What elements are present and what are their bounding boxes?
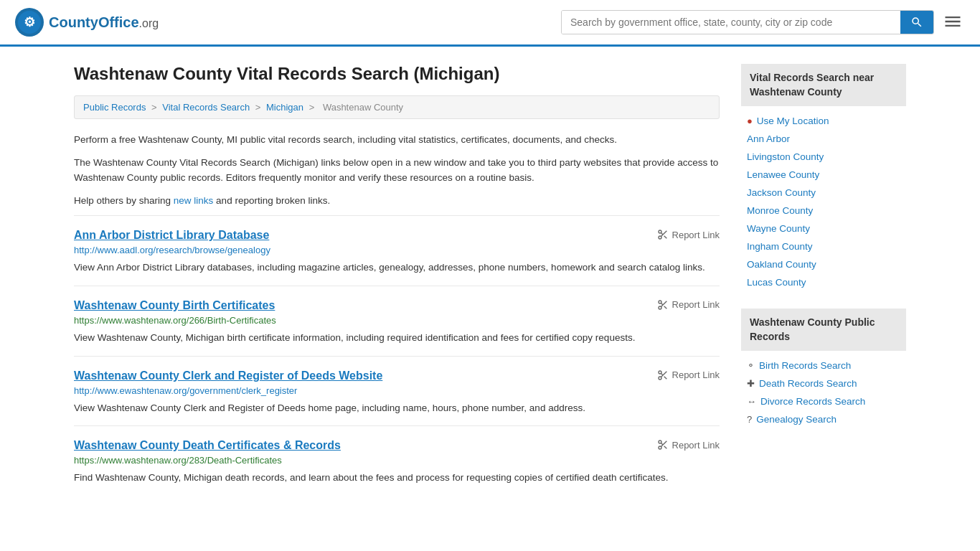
sidebar-item-death-records[interactable]: ✚ Death Records Search — [741, 375, 906, 392]
search-button[interactable] — [900, 11, 933, 34]
sidebar-nearby-list: ● Use My Location Ann Arbor Livingston C… — [741, 112, 906, 291]
svg-point-3 — [659, 230, 661, 233]
sidebar-link-genealogy-search[interactable]: Genealogy Search — [756, 414, 837, 425]
sidebar-item-monroe-county[interactable]: Monroe County — [741, 202, 906, 220]
sidebar-item-use-my-location[interactable]: ● Use My Location — [741, 112, 906, 130]
svg-text:⚙: ⚙ — [24, 15, 35, 29]
sidebar-link-monroe[interactable]: Monroe County — [747, 205, 813, 216]
svg-line-6 — [664, 236, 666, 239]
svg-line-12 — [661, 303, 663, 305]
result-desc-2: View Washtenaw County, Michigan birth ce… — [74, 330, 720, 346]
sidebar-nearby-title: Vital Records Search near Washtenaw Coun… — [741, 64, 906, 106]
sidebar-item-lenawee-county[interactable]: Lenawee County — [741, 166, 906, 184]
report-link-label-3: Report Link — [672, 369, 720, 380]
sidebar-item-ingham-county[interactable]: Ingham County — [741, 237, 906, 255]
sidebar-item-divorce-records[interactable]: ↔ Divorce Records Search — [741, 392, 906, 410]
result-item: Washtenaw County Death Certificates & Re… — [74, 425, 720, 496]
sidebar-link-use-my-location[interactable]: Use My Location — [757, 116, 829, 126]
breadcrumb-michigan[interactable]: Michigan — [266, 102, 303, 113]
result-title-3[interactable]: Washtenaw County Clerk and Register of D… — [74, 369, 382, 382]
menu-button[interactable] — [940, 9, 966, 37]
report-link-3[interactable]: Report Link — [657, 369, 720, 381]
sidebar-public-records-section: Washtenaw County Public Records ⚬ Birth … — [741, 309, 906, 428]
result-url-3: http://www.ewashtenaw.org/government/cle… — [74, 385, 720, 396]
arrows-icon: ↔ — [747, 396, 756, 407]
report-link-label-1: Report Link — [672, 230, 720, 240]
result-desc-1: View Ann Arbor District Library database… — [74, 260, 720, 276]
svg-point-19 — [659, 446, 661, 449]
logo-text: CountyOffice.org — [49, 14, 159, 31]
sidebar-link-divorce-records[interactable]: Divorce Records Search — [760, 396, 865, 407]
location-icon: ● — [747, 116, 753, 126]
breadcrumb-sep-3: > — [309, 102, 317, 113]
sidebar-item-lucas-county[interactable]: Lucas County — [741, 273, 906, 291]
sidebar-item-genealogy-search[interactable]: ? Genealogy Search — [741, 410, 906, 428]
result-title-4[interactable]: Washtenaw County Death Certificates & Re… — [74, 439, 341, 452]
result-desc-3: View Washtenaw County Clerk and Register… — [74, 400, 720, 416]
report-link-1[interactable]: Report Link — [657, 229, 720, 240]
report-link-2[interactable]: Report Link — [657, 299, 720, 311]
sidebar-link-lenawee[interactable]: Lenawee County — [747, 169, 819, 180]
search-input[interactable] — [562, 11, 900, 34]
scissors-icon — [657, 229, 669, 240]
page-title: Washtenaw County Vital Records Search (M… — [74, 64, 720, 84]
scissors-icon-2 — [657, 299, 669, 311]
breadcrumb-vital-records[interactable]: Vital Records Search — [162, 102, 250, 113]
desc-2: The Washtenaw County Vital Records Searc… — [74, 155, 720, 186]
svg-line-22 — [661, 443, 663, 446]
sidebar-item-jackson-county[interactable]: Jackson County — [741, 184, 906, 202]
desc-1: Perform a free Washtenaw County, MI publ… — [74, 132, 720, 148]
sidebar-link-jackson[interactable]: Jackson County — [747, 187, 816, 198]
sidebar-item-oakland-county[interactable]: Oakland County — [741, 255, 906, 273]
new-links-link[interactable]: new links — [174, 195, 214, 206]
result-header: Washtenaw County Clerk and Register of D… — [74, 369, 720, 382]
sidebar-link-ann-arbor[interactable]: Ann Arbor — [747, 133, 790, 144]
search-area — [561, 9, 966, 37]
search-icon — [910, 16, 923, 29]
sidebar: Vital Records Search near Washtenaw Coun… — [741, 64, 906, 496]
sidebar-link-oakland[interactable]: Oakland County — [747, 259, 816, 270]
sidebar-link-death-records[interactable]: Death Records Search — [759, 378, 857, 389]
sidebar-link-ingham[interactable]: Ingham County — [747, 241, 813, 252]
sidebar-item-birth-records[interactable]: ⚬ Birth Records Search — [741, 357, 906, 375]
logo-area: ⚙ CountyOffice.org — [14, 7, 159, 37]
breadcrumb-sep-1: > — [151, 102, 159, 113]
sidebar-item-ann-arbor[interactable]: Ann Arbor — [741, 130, 906, 148]
result-header: Ann Arbor District Library Database Repo… — [74, 229, 720, 242]
result-title-1[interactable]: Ann Arbor District Library Database — [74, 229, 269, 242]
svg-point-9 — [659, 306, 661, 309]
search-bar — [561, 10, 934, 34]
sidebar-link-lucas[interactable]: Lucas County — [747, 277, 806, 288]
hamburger-icon — [943, 11, 963, 32]
report-link-4[interactable]: Report Link — [657, 439, 720, 451]
sidebar-public-records-list: ⚬ Birth Records Search ✚ Death Records S… — [741, 357, 906, 428]
svg-line-21 — [664, 446, 666, 449]
cross-icon: ✚ — [747, 378, 755, 389]
description: Perform a free Washtenaw County, MI publ… — [74, 132, 720, 208]
sidebar-link-livingston[interactable]: Livingston County — [747, 151, 824, 162]
report-link-label-4: Report Link — [672, 440, 720, 451]
desc-3: Help others by sharing new links and rep… — [74, 193, 720, 209]
svg-point-14 — [659, 377, 661, 380]
sidebar-item-wayne-county[interactable]: Wayne County — [741, 220, 906, 237]
svg-line-17 — [661, 373, 663, 375]
scissors-icon-3 — [657, 369, 669, 381]
result-header: Washtenaw County Death Certificates & Re… — [74, 439, 720, 452]
logo-icon: ⚙ — [14, 7, 44, 37]
result-item: Washtenaw County Clerk and Register of D… — [74, 356, 720, 426]
svg-line-11 — [664, 306, 666, 309]
report-link-label-2: Report Link — [672, 299, 720, 310]
result-url-4: https://www.washtenaw.org/283/Death-Cert… — [74, 455, 720, 466]
person-icon: ⚬ — [747, 360, 755, 371]
result-title-2[interactable]: Washtenaw County Birth Certificates — [74, 299, 275, 312]
sidebar-item-livingston-county[interactable]: Livingston County — [741, 148, 906, 166]
result-url-1: http://www.aadl.org/research/browse/gene… — [74, 245, 720, 255]
sidebar-link-wayne[interactable]: Wayne County — [747, 223, 810, 234]
svg-point-18 — [659, 441, 661, 443]
sidebar-nearby-section: Vital Records Search near Washtenaw Coun… — [741, 64, 906, 291]
result-item: Ann Arbor District Library Database Repo… — [74, 215, 720, 286]
header: ⚙ CountyOffice.org — [0, 0, 980, 47]
result-url-2: https://www.washtenaw.org/266/Birth-Cert… — [74, 315, 720, 326]
sidebar-link-birth-records[interactable]: Birth Records Search — [759, 360, 851, 371]
breadcrumb-public-records[interactable]: Public Records — [83, 102, 146, 113]
